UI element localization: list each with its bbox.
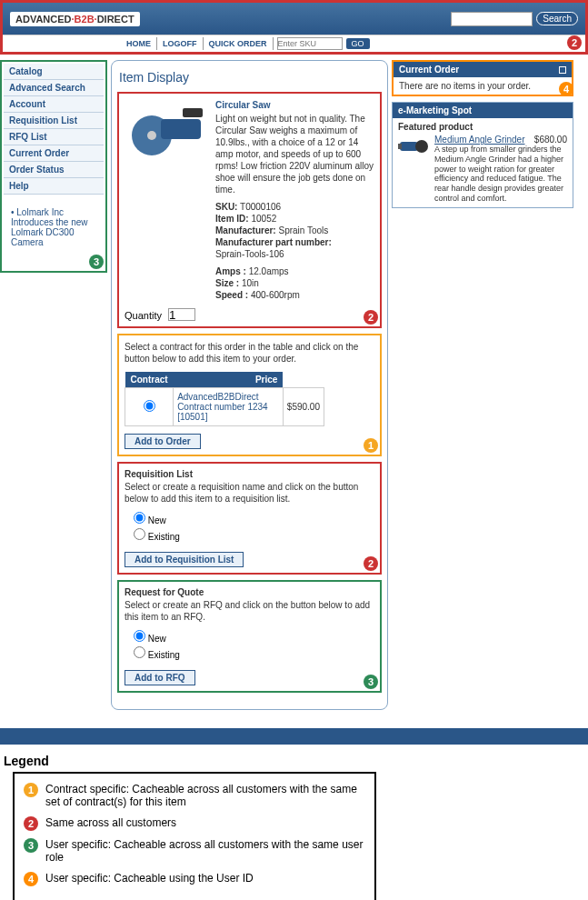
nav-home[interactable]: HOME	[121, 37, 157, 50]
legend-badge-3: 3	[24, 838, 38, 853]
contract-table: ContractPrice AdvancedB2BDirect Contract…	[125, 372, 324, 426]
qty-input[interactable]	[168, 308, 195, 321]
current-order-title: Current Order	[399, 65, 459, 75]
marketing-spot-box: e-Marketing Spot Featured product Medium…	[392, 102, 573, 208]
nav-logoff[interactable]: LOGOFF	[157, 37, 204, 50]
svg-point-3	[147, 131, 156, 140]
add-to-order-button[interactable]: Add to Order	[125, 434, 201, 449]
current-order-box: Current Order There are no items in your…	[392, 60, 573, 96]
badge-1-icon: 1	[364, 438, 378, 453]
svg-rect-6	[398, 144, 402, 149]
sku-input[interactable]	[277, 37, 343, 50]
svg-point-5	[415, 140, 428, 153]
badge-2-icon: 2	[364, 556, 378, 571]
brand-logo: ADVANCED·B2B·DIRECT	[10, 12, 140, 26]
legend-title: Legend	[4, 754, 588, 768]
search-button[interactable]: Search	[536, 12, 578, 25]
sidebar-item-catalog[interactable]: Catalog	[4, 64, 104, 80]
badge-2-icon: 2	[567, 35, 582, 50]
contract-desc: Select a contract for this order in the …	[125, 341, 374, 365]
window-icon[interactable]	[559, 66, 566, 74]
rfq-section: Request for Quote Select or create an RF…	[117, 580, 382, 693]
badge-2-icon: 2	[364, 310, 378, 325]
sidebar-news[interactable]: Lolmark Inc Introduces the new Lolmark D…	[4, 200, 104, 255]
sidebar-item-order-status[interactable]: Order Status	[4, 162, 104, 178]
featured-image	[398, 135, 429, 158]
product-description: Light on weight but not in quality. The …	[215, 113, 374, 195]
legend-badge-4: 4	[24, 872, 38, 886]
sidebar-item-advanced-search[interactable]: Advanced Search	[4, 80, 104, 96]
page-title: Item Display	[117, 66, 382, 92]
sidebar-item-help[interactable]: Help	[4, 178, 104, 195]
featured-link[interactable]: Medium Angle Grinder	[434, 135, 525, 145]
add-to-requisition-button[interactable]: Add to Requisition List	[125, 552, 244, 567]
go-button[interactable]: GO	[346, 38, 370, 49]
nav-quick-order[interactable]: QUICK ORDER	[204, 37, 274, 50]
badge-3-icon: 3	[89, 255, 104, 269]
req-existing-radio[interactable]	[134, 528, 145, 540]
product-name: Circular Saw	[215, 99, 374, 111]
footer-bar	[0, 728, 588, 745]
center-panel: Item Display Circular Saw Light on weigh…	[111, 60, 388, 710]
svg-rect-1	[161, 119, 201, 139]
legend-badge-2: 2	[24, 816, 38, 831]
sidebar-item-account[interactable]: Account	[4, 96, 104, 113]
badge-4-icon: 4	[559, 82, 573, 96]
sidebar-item-rfq-list[interactable]: RFQ List	[4, 129, 104, 145]
marketing-spot-title: e-Marketing Spot	[398, 105, 472, 115]
contract-section: Select a contract for this order in the …	[117, 334, 382, 456]
rfq-new-radio[interactable]	[134, 630, 145, 642]
featured-label: Featured product	[398, 122, 567, 132]
sidebar-item-current-order[interactable]: Current Order	[4, 145, 104, 162]
badge-3-icon: 3	[364, 675, 378, 689]
featured-desc: A step up from smaller grinders the Medi…	[434, 145, 567, 204]
requisition-title: Requisition List	[125, 469, 374, 479]
sidebar: Catalog Advanced Search Account Requisit…	[0, 60, 107, 273]
search-input[interactable]	[451, 12, 533, 26]
item-section: Circular Saw Light on weight but not in …	[117, 92, 382, 328]
nav-bar: HOME LOGOFF QUICK ORDER GO	[3, 35, 585, 52]
legend-box: 1Contract specific: Cacheable across all…	[13, 772, 376, 900]
site-header: ADVANCED·B2B·DIRECT Search	[3, 3, 585, 35]
current-order-body: There are no items in your order.	[394, 77, 572, 95]
product-image	[125, 99, 206, 163]
sidebar-item-requisition-list[interactable]: Requisition List	[4, 113, 104, 129]
contract-radio[interactable]	[144, 400, 155, 412]
req-new-radio[interactable]	[134, 512, 145, 524]
featured-price: $680.00	[534, 135, 567, 145]
rfq-title: Request for Quote	[125, 587, 374, 597]
requisition-section: Requisition List Select or create a requ…	[117, 462, 382, 575]
rfq-existing-radio[interactable]	[134, 646, 145, 658]
qty-label: Quantity	[125, 310, 162, 321]
add-to-rfq-button[interactable]: Add to RFQ	[125, 670, 195, 685]
legend-badge-1: 1	[24, 783, 38, 797]
svg-rect-2	[183, 108, 203, 117]
